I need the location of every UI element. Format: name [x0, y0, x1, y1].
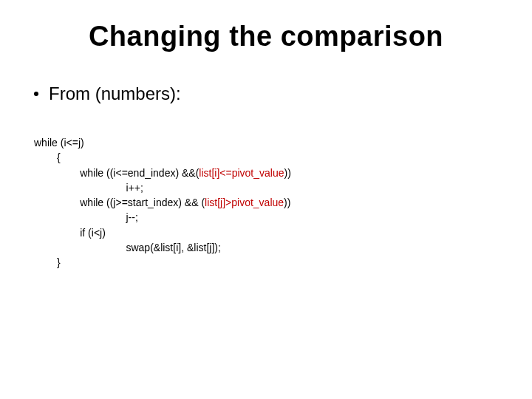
code-line: swap(&list[i], &list[j]); [34, 242, 221, 253]
code-line: j--; [34, 211, 138, 223]
code-line: )) [284, 197, 290, 208]
code-line: } [34, 256, 61, 268]
code-line: { [34, 151, 61, 163]
slide-title: Changing the comparison [30, 21, 502, 52]
bullet-dot-icon [34, 92, 38, 96]
code-block: while (i<=j) { while ((i<=end_index) &&(… [30, 135, 502, 270]
code-highlight: list[i]<=pivot_value [199, 167, 284, 179]
code-line: while ((i<=end_index) &&( [34, 167, 199, 179]
code-line: while ((j>=start_index) && ( [34, 197, 205, 208]
slide: Changing the comparison From (numbers): … [0, 0, 532, 399]
bullet-item: From (numbers): [30, 83, 502, 104]
code-line: if (i<j) [34, 227, 106, 239]
code-line: )) [284, 167, 291, 179]
code-highlight: list[j]>pivot_value [205, 197, 284, 208]
code-line: i++; [34, 182, 143, 194]
bullet-text: From (numbers): [49, 83, 181, 104]
code-line: while (i<=j) [34, 137, 84, 149]
